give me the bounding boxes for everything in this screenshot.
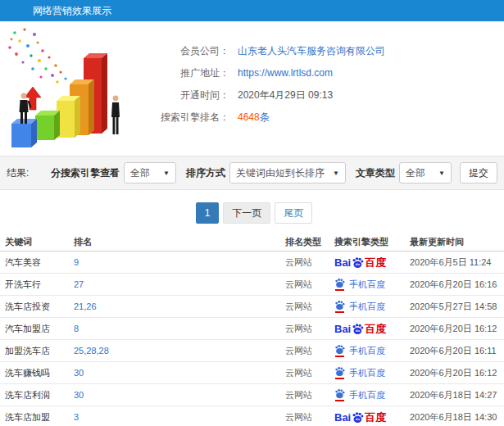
promo-url-link[interactable]: https://www.lrtlsd.com <box>238 67 333 79</box>
rank-link[interactable]: 30 <box>74 390 84 400</box>
header-engine-type: 搜索引擎类型 <box>328 233 403 251</box>
company-info: 会员公司： 山东老人头汽车服务咨询有限公司 推广地址： https://www.… <box>152 44 385 133</box>
baidu-logo-text: 百度 <box>365 256 386 269</box>
table-row: 洗车店利润 30 云网站 手机百度 2020年6月18日 14:27 <box>0 384 504 406</box>
bar-green <box>35 111 60 140</box>
next-page-button[interactable]: 下一页 <box>223 202 270 224</box>
rank-type-cell: 云网站 <box>279 384 328 406</box>
sort-value: 关键词由短到长排序 <box>236 166 325 180</box>
rank-count-suffix: 条 <box>260 111 270 123</box>
keyword-cell: 开洗车行 <box>0 274 74 295</box>
keyword-ranking-table: 关键词 排名 排名类型 搜索引擎类型 最新更新时间 汽车美容 9 云网站 Bai… <box>0 233 504 426</box>
rank-type-cell: 云网站 <box>279 296 328 317</box>
rank-link[interactable]: 30 <box>74 368 84 378</box>
updated-cell: 2020年6月18日 14:27 <box>403 384 504 406</box>
baidu-paw-icon: du <box>352 256 364 269</box>
header-rank-type: 排名类型 <box>279 233 328 251</box>
open-time-label: 开通时间： <box>152 88 229 102</box>
baidu-logo-text: 百度 <box>365 411 386 424</box>
last-page-button[interactable]: 尾页 <box>275 202 312 224</box>
promo-url-label: 推广地址： <box>152 66 229 80</box>
updated-cell: 2020年6月20日 16:16 <box>403 274 504 295</box>
rank-link[interactable]: 9 <box>74 257 79 267</box>
table-row: 加盟洗车店 25,28,28 云网站 手机百度 2020年6月20日 16:11 <box>0 340 504 362</box>
engine-cell: Bai du 百度 <box>328 411 403 424</box>
chevron-down-icon: ▼ <box>333 170 339 177</box>
updated-cell: 2020年5月27日 14:58 <box>403 296 504 317</box>
updated-cell: 2020年6月20日 16:11 <box>403 340 504 361</box>
rank-link[interactable]: 25,28,28 <box>74 346 109 356</box>
businessman-figure-right <box>111 96 120 134</box>
rank-type-cell: 云网站 <box>279 340 328 361</box>
engine-cell: 手机百度 <box>328 362 403 383</box>
rank-link[interactable]: 21,26 <box>74 301 97 311</box>
keyword-cell: 洗车店加盟 <box>0 406 74 426</box>
engine-label: 手机百度 <box>349 362 385 383</box>
page-title: 网络营销效果展示 <box>0 0 504 21</box>
info-section: 会员公司： 山东老人头汽车服务咨询有限公司 推广地址： https://www.… <box>0 21 504 156</box>
open-time-value: 2020年4月29日 09:13 <box>238 88 333 102</box>
baidu-logo-bai: Bai <box>334 256 351 269</box>
table-row: 汽车加盟店 8 云网站 Bai du 百度 2020年6月20日 16:12 <box>0 318 504 340</box>
page-1-button[interactable]: 1 <box>196 202 220 224</box>
info-row-rank-count: 搜索引擎排名： 4648条 <box>152 111 385 124</box>
submit-button[interactable]: 提交 <box>460 162 497 184</box>
company-name-link[interactable]: 山东老人头汽车服务咨询有限公司 <box>238 44 385 58</box>
table-row: 洗车赚钱吗 30 云网站 手机百度 2020年6月20日 16:12 <box>0 362 504 384</box>
updated-cell: 2020年6月20日 16:12 <box>403 362 504 383</box>
chevron-down-icon: ▼ <box>163 170 170 177</box>
rank-link[interactable]: 27 <box>74 279 84 289</box>
baidu-paw-icon <box>334 344 345 357</box>
keyword-cell: 洗车店投资 <box>0 296 74 317</box>
rank-count-number: 4648 <box>238 111 260 123</box>
svg-text:du: du <box>356 329 361 333</box>
rank-link[interactable]: 8 <box>74 324 79 333</box>
bar-blue <box>11 119 37 147</box>
engine-cell: 手机百度 <box>328 296 403 317</box>
engine-cell: Bai du 百度 <box>328 256 403 269</box>
engine-filter-label: 分搜索引擎查看 <box>51 166 120 180</box>
rank-link[interactable]: 3 <box>74 412 79 422</box>
baidu-logo: Bai du 百度 <box>334 323 386 335</box>
header-rank: 排名 <box>74 233 279 251</box>
baidu-paw-icon <box>334 300 345 313</box>
baidu-paw-icon <box>334 366 345 379</box>
filter-bar: 结果: 分搜索引擎查看 全部 ▼ 排序方式 关键词由短到长排序 ▼ 文章类型 全… <box>0 156 504 190</box>
pagination: 1 下一页 尾页 <box>0 202 504 224</box>
confetti-dots <box>8 28 66 83</box>
header-keyword: 关键词 <box>0 233 74 251</box>
engine-label: 手机百度 <box>349 296 385 317</box>
baidu-paw-icon <box>334 278 345 291</box>
rank-type-cell: 云网站 <box>279 318 328 339</box>
engine-cell: Bai du 百度 <box>328 323 403 335</box>
table-row: 洗车店加盟 3 云网站 Bai du 百度 2020年6月18日 14:30 <box>0 406 504 426</box>
engine-label: 手机百度 <box>349 340 385 361</box>
table-row: 洗车店投资 21,26 云网站 手机百度 2020年5月27日 14:58 <box>0 296 504 318</box>
header-updated: 最新更新时间 <box>403 233 504 251</box>
baidu-logo: Bai du 百度 <box>334 411 386 424</box>
engine-filter-select[interactable]: 全部 ▼ <box>124 162 176 184</box>
updated-cell: 2020年6月5日 11:24 <box>403 252 504 273</box>
chevron-down-icon: ▼ <box>438 170 445 177</box>
baidu-logo: Bai du 百度 <box>334 256 386 269</box>
article-type-select[interactable]: 全部 ▼ <box>399 162 452 184</box>
keyword-cell: 洗车赚钱吗 <box>0 362 74 383</box>
table-row: 汽车美容 9 云网站 Bai du 百度 2020年6月5日 11:24 <box>0 252 504 274</box>
article-type-value: 全部 <box>406 166 425 180</box>
sort-select[interactable]: 关键词由短到长排序 ▼ <box>229 162 346 184</box>
baidu-logo-text: 百度 <box>365 323 386 335</box>
rank-type-cell: 云网站 <box>279 406 328 426</box>
baidu-logo-bai: Bai <box>334 323 351 335</box>
engine-label: 手机百度 <box>349 384 385 406</box>
keyword-cell: 汽车美容 <box>0 252 74 273</box>
baidu-logo-bai: Bai <box>334 411 351 424</box>
rank-type-cell: 云网站 <box>279 274 328 295</box>
engine-cell: 手机百度 <box>328 274 403 295</box>
engine-cell: 手机百度 <box>328 384 403 406</box>
updated-cell: 2020年6月18日 14:30 <box>403 406 504 426</box>
table-row: 开洗车行 27 云网站 手机百度 2020年6月20日 16:16 <box>0 274 504 296</box>
bar-chart-illustration <box>0 23 149 154</box>
rank-type-cell: 云网站 <box>279 252 328 273</box>
sort-label: 排序方式 <box>186 166 225 180</box>
baidu-paw-icon: du <box>352 323 364 335</box>
